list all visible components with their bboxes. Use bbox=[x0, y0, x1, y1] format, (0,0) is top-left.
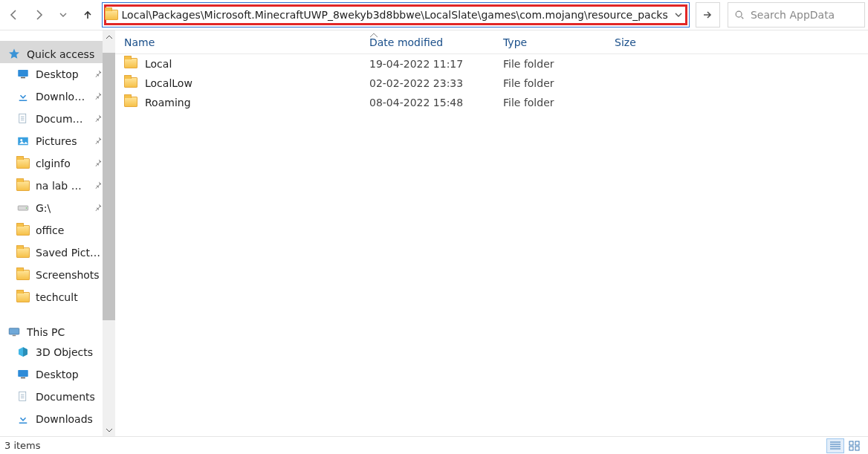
svg-rect-2 bbox=[21, 77, 25, 79]
file-type: File folder bbox=[494, 58, 606, 70]
folder-icon bbox=[16, 224, 30, 237]
sidebar-item[interactable]: office bbox=[0, 219, 103, 241]
sidebar-item[interactable]: Screenshots bbox=[0, 264, 103, 286]
folder-icon bbox=[103, 10, 120, 20]
nav-this-pc[interactable]: This PC bbox=[0, 319, 103, 341]
column-label: Date modified bbox=[369, 36, 443, 48]
sidebar-item[interactable]: na lab exp bbox=[0, 175, 103, 197]
column-size[interactable]: Size bbox=[606, 30, 695, 53]
column-date-modified[interactable]: Date modified bbox=[360, 30, 494, 53]
sidebar-item[interactable]: Documents bbox=[0, 386, 103, 408]
file-date: 08-04-2022 15:48 bbox=[360, 97, 494, 108]
sidebar-item[interactable]: clginfo bbox=[0, 152, 103, 175]
svg-rect-11 bbox=[18, 370, 28, 377]
sidebar-item-label: Documents bbox=[36, 391, 103, 403]
recent-dropdown[interactable] bbox=[52, 3, 74, 27]
back-button[interactable] bbox=[3, 3, 25, 27]
svg-rect-15 bbox=[849, 441, 853, 445]
status-item-count: 3 items bbox=[4, 440, 41, 451]
sidebar-item-label: Desktop bbox=[36, 68, 88, 80]
pin-icon bbox=[94, 113, 103, 125]
file-list[interactable]: Local19-04-2022 11:17File folderLocalLow… bbox=[115, 54, 868, 436]
column-type[interactable]: Type bbox=[494, 30, 606, 53]
forward-button[interactable] bbox=[27, 3, 49, 27]
toolbar: Local\Packages\Microsoft.MinecraftUWP_8w… bbox=[0, 0, 868, 30]
this-pc-icon bbox=[7, 325, 21, 339]
address-text: Local\Packages\Microsoft.MinecraftUWP_8w… bbox=[120, 9, 668, 21]
pictures-icon bbox=[16, 134, 30, 148]
sidebar-item-label: Documents bbox=[36, 113, 88, 125]
objects3d-icon bbox=[16, 346, 30, 359]
pin-icon bbox=[94, 202, 103, 214]
sidebar-item-label: Screenshots bbox=[36, 269, 103, 281]
column-label: Size bbox=[615, 36, 636, 48]
svg-point-8 bbox=[26, 207, 27, 209]
status-bar: 3 items bbox=[0, 436, 868, 454]
sidebar-item[interactable]: Pictures bbox=[0, 130, 103, 152]
search-placeholder: Search AppData bbox=[751, 9, 835, 21]
pin-icon bbox=[94, 68, 103, 80]
nav-label: This PC bbox=[27, 326, 103, 338]
svg-point-0 bbox=[736, 11, 742, 17]
folder-icon bbox=[124, 97, 137, 109]
nav-scrollbar-thumb[interactable] bbox=[103, 53, 115, 320]
sidebar-item-label: 3D Objects bbox=[36, 346, 103, 358]
file-date: 19-04-2022 11:17 bbox=[360, 58, 494, 70]
address-history-dropdown[interactable] bbox=[668, 10, 689, 19]
view-details-button[interactable] bbox=[826, 438, 844, 453]
address-bar[interactable]: Local\Packages\Microsoft.MinecraftUWP_8w… bbox=[102, 2, 690, 27]
sidebar-item[interactable]: G:\ bbox=[0, 197, 103, 219]
sidebar-item[interactable]: techcult bbox=[0, 286, 103, 308]
file-name: LocalLow bbox=[145, 77, 192, 89]
column-label: Name bbox=[124, 36, 155, 48]
sidebar-item-label: Downloads bbox=[36, 91, 88, 103]
sidebar-item[interactable]: Documents bbox=[0, 108, 103, 130]
sidebar-item-label: clginfo bbox=[36, 158, 88, 169]
file-type: File folder bbox=[494, 97, 606, 108]
documents-icon bbox=[16, 112, 30, 126]
sidebar-item[interactable]: Downloads bbox=[0, 408, 103, 430]
documents-icon bbox=[16, 390, 30, 403]
pin-icon bbox=[94, 135, 103, 147]
sidebar-item[interactable]: Saved Pictures bbox=[0, 241, 103, 264]
nav-scroll-up[interactable] bbox=[103, 30, 115, 43]
view-large-icons-button[interactable] bbox=[846, 438, 864, 453]
svg-point-6 bbox=[20, 139, 22, 141]
column-name[interactable]: Name bbox=[115, 30, 360, 53]
sidebar-item[interactable]: Desktop bbox=[0, 363, 103, 386]
search-input[interactable]: Search AppData bbox=[728, 2, 865, 27]
file-name: Roaming bbox=[145, 97, 191, 108]
sidebar-item-label: Pictures bbox=[36, 135, 88, 147]
sidebar-item-label: G:\ bbox=[36, 202, 88, 214]
search-icon bbox=[734, 10, 745, 20]
folder-icon bbox=[124, 77, 137, 90]
refresh-button[interactable] bbox=[696, 2, 720, 27]
svg-rect-17 bbox=[849, 447, 853, 450]
svg-rect-9 bbox=[9, 328, 19, 334]
file-row[interactable]: Roaming08-04-2022 15:48File folder bbox=[115, 93, 868, 112]
sidebar-item[interactable]: 3D Objects bbox=[0, 341, 103, 363]
sidebar-item-label: techcult bbox=[36, 291, 103, 303]
sidebar-item[interactable]: Desktop bbox=[0, 63, 103, 85]
file-name: Local bbox=[145, 58, 172, 70]
folder-icon bbox=[16, 246, 30, 259]
file-row[interactable]: LocalLow02-02-2022 23:33File folder bbox=[115, 74, 868, 93]
nav-scroll-down[interactable] bbox=[103, 424, 115, 436]
file-row[interactable]: Local19-04-2022 11:17File folder bbox=[115, 54, 868, 74]
svg-rect-16 bbox=[855, 441, 859, 445]
downloads-icon bbox=[16, 412, 30, 426]
navigation-pane: Quick access DesktopDownloadsDocumentsPi… bbox=[0, 30, 115, 436]
folder-icon bbox=[16, 268, 30, 282]
svg-rect-3 bbox=[19, 100, 27, 102]
file-date: 02-02-2022 23:33 bbox=[360, 77, 494, 89]
folder-icon bbox=[16, 179, 30, 192]
pin-icon bbox=[94, 180, 103, 192]
svg-rect-12 bbox=[21, 377, 25, 379]
nav-label: Quick access bbox=[27, 48, 103, 60]
up-button[interactable] bbox=[77, 3, 98, 27]
sidebar-item[interactable]: Downloads bbox=[0, 85, 103, 108]
sidebar-item-label: Downloads bbox=[36, 413, 103, 425]
svg-rect-1 bbox=[18, 70, 28, 77]
file-type: File folder bbox=[494, 77, 606, 89]
nav-quick-access[interactable]: Quick access bbox=[0, 41, 103, 63]
